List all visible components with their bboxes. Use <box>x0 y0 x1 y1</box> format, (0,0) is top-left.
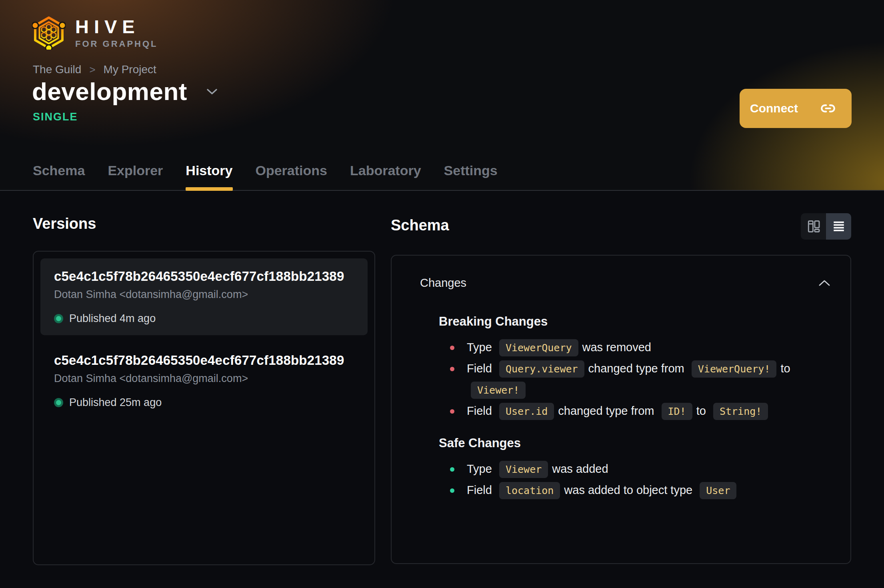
tab-operations[interactable]: Operations <box>256 164 327 191</box>
change-item: Field locationwas added to object type U… <box>450 480 812 501</box>
code-badge: Query.viewer <box>499 360 584 378</box>
columns-view-icon <box>806 219 821 234</box>
breaking-changes-list: Type ViewerQuerywas removed Field Query.… <box>450 337 812 422</box>
change-item: Type Viewerwas added <box>450 458 812 480</box>
tab-label: Explorer <box>108 163 163 178</box>
link-icon <box>819 101 837 116</box>
published-status-dot <box>54 398 63 407</box>
breadcrumb-org-link[interactable]: The Guild <box>33 63 81 76</box>
version-status-row: Published 4m ago <box>54 312 354 325</box>
breadcrumb: The Guild > My Project <box>33 63 156 76</box>
list-view-icon <box>832 219 846 234</box>
tab-settings[interactable]: Settings <box>444 164 498 191</box>
app-screen: HIVE FOR GRAPHQL The Guild > My Project … <box>0 0 884 588</box>
list-view-button[interactable] <box>826 213 851 240</box>
tab-explorer[interactable]: Explorer <box>108 164 163 191</box>
schema-view-toggle <box>801 213 851 240</box>
version-status-row: Published 25m ago <box>54 396 354 409</box>
change-item: Field User.idchanged type from ID!to Str… <box>450 400 812 422</box>
code-badge: Viewer <box>499 461 548 478</box>
version-hash: c5e4c1c5f78b26465350e4ecf677cf188bb21389 <box>54 353 354 368</box>
code-badge: User <box>700 482 736 499</box>
chevron-up-icon[interactable] <box>818 280 830 286</box>
versions-section: Versions c5e4c1c5f78b26465350e4ecf677cf1… <box>33 215 375 565</box>
version-status-label: Published 4m ago <box>69 312 156 325</box>
change-item: Type ViewerQuerywas removed <box>450 337 812 358</box>
published-status-dot <box>54 314 63 323</box>
tab-label: Schema <box>33 163 85 178</box>
change-item: Field Query.viewerchanged type from View… <box>450 358 812 400</box>
tab-label: Settings <box>444 163 498 178</box>
version-hash: c5e4c1c5f78b26465350e4ecf677cf188bb21389 <box>54 269 354 284</box>
page-title: development <box>32 79 187 104</box>
tab-history[interactable]: History <box>186 164 232 191</box>
connect-button[interactable]: Connect <box>740 89 852 128</box>
schema-title: Schema <box>391 216 449 234</box>
safe-changes-title: Safe Changes <box>439 436 830 450</box>
tab-bar: SchemaExplorerHistoryOperationsLaborator… <box>33 164 498 191</box>
version-list-item[interactable]: c5e4c1c5f78b26465350e4ecf677cf188bb21389… <box>40 258 368 335</box>
tab-schema[interactable]: Schema <box>33 164 85 191</box>
code-badge: User.id <box>499 403 554 420</box>
version-list-item[interactable]: c5e4c1c5f78b26465350e4ecf677cf188bb21389… <box>40 342 368 419</box>
brand-tagline: FOR GRAPHQL <box>75 40 158 48</box>
brand-name: HIVE <box>75 17 158 36</box>
changes-body: Breaking ChangesType ViewerQuerywas remo… <box>420 314 830 501</box>
version-author: Dotan Simha <dotansimha@gmail.com> <box>54 288 354 300</box>
code-badge: ViewerQuery <box>499 339 578 356</box>
target-title-row: development <box>32 79 218 104</box>
brand-text: HIVE FOR GRAPHQL <box>75 17 158 48</box>
code-badge: Viewer! <box>471 382 526 399</box>
columns-view-button[interactable] <box>801 213 826 240</box>
breadcrumb-separator: > <box>89 64 95 76</box>
tab-label: Operations <box>256 163 327 178</box>
version-author: Dotan Simha <dotansimha@gmail.com> <box>54 372 354 384</box>
changes-collapse-header[interactable]: Changes <box>420 276 830 290</box>
hive-hexagon-logo-icon <box>32 16 66 50</box>
page-header: HIVE FOR GRAPHQL The Guild > My Project … <box>0 0 884 191</box>
safe-changes-list: Type Viewerwas added Field locationwas a… <box>450 458 812 501</box>
version-status-label: Published 25m ago <box>69 396 162 409</box>
code-badge: ID! <box>662 403 692 420</box>
target-selector-chevron-down-icon[interactable] <box>206 88 218 95</box>
tab-laboratory[interactable]: Laboratory <box>350 164 421 191</box>
breadcrumb-project-link[interactable]: My Project <box>104 63 156 76</box>
schema-section: Schema <box>391 213 851 564</box>
code-badge: String! <box>713 403 768 420</box>
tab-label: History <box>186 163 232 178</box>
schema-header-row: Schema <box>391 213 851 240</box>
tab-label: Laboratory <box>350 163 421 178</box>
project-type-badge: SINGLE <box>33 111 78 123</box>
changes-label: Changes <box>420 276 466 290</box>
versions-list: c5e4c1c5f78b26465350e4ecf677cf188bb21389… <box>33 251 375 565</box>
schema-changes-panel: Changes Breaking ChangesType ViewerQuery… <box>391 255 851 564</box>
breaking-changes-title: Breaking Changes <box>439 314 830 329</box>
code-badge: location <box>499 482 560 499</box>
brand-logo[interactable]: HIVE FOR GRAPHQL <box>32 16 158 50</box>
versions-title: Versions <box>33 215 375 232</box>
code-badge: ViewerQuery! <box>692 360 777 378</box>
connect-button-label: Connect <box>750 102 798 115</box>
